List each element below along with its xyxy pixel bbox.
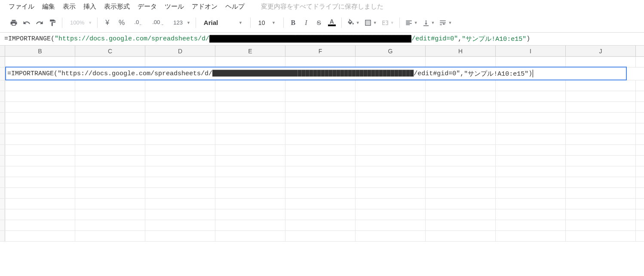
fill-color-button[interactable]: ▼ bbox=[345, 17, 362, 29]
cell-editor[interactable]: =IMPORTRANGE( "https://docs.google.com/s… bbox=[5, 67, 627, 80]
font-family-select[interactable]: Arial▼ bbox=[199, 19, 247, 26]
spreadsheet-grid[interactable]: B C D E F G H I J =IMPORTRANGE( "https:/… bbox=[0, 46, 644, 242]
font-size-select[interactable]: 10▼ bbox=[254, 19, 280, 26]
col-header-C[interactable]: C bbox=[75, 46, 145, 56]
table-row[interactable] bbox=[0, 80, 644, 91]
menu-view[interactable]: 表示 bbox=[63, 3, 76, 11]
table-row[interactable] bbox=[0, 156, 644, 166]
table-row[interactable] bbox=[0, 188, 644, 199]
menu-insert[interactable]: 挿入 bbox=[83, 3, 96, 11]
menu-help[interactable]: ヘルプ bbox=[225, 3, 245, 11]
menu-tools[interactable]: ツール bbox=[165, 3, 184, 11]
table-row[interactable] bbox=[0, 177, 644, 188]
paint-format-icon[interactable] bbox=[46, 17, 58, 29]
formula-bar-content[interactable]: =IMPORTRANGE( "https://docs.google.com/s… bbox=[4, 35, 530, 43]
col-header-I[interactable]: I bbox=[496, 46, 566, 56]
table-row[interactable] bbox=[0, 123, 644, 134]
corner-cell[interactable] bbox=[0, 46, 5, 56]
menu-data[interactable]: データ bbox=[138, 3, 157, 11]
menubar: ファイル 編集 表示 挿入 表示形式 データ ツール アドオン ヘルプ 変更内容… bbox=[0, 0, 644, 13]
horizontal-align-button[interactable]: ▼ bbox=[403, 17, 420, 29]
editing-row[interactable]: =IMPORTRANGE( "https://docs.google.com/s… bbox=[0, 67, 644, 80]
undo-icon[interactable] bbox=[21, 17, 33, 29]
table-row[interactable] bbox=[0, 220, 644, 231]
menu-format[interactable]: 表示形式 bbox=[104, 3, 130, 11]
menu-edit[interactable]: 編集 bbox=[42, 3, 55, 11]
print-icon[interactable] bbox=[8, 17, 20, 29]
table-row[interactable] bbox=[0, 145, 644, 156]
column-headers: B C D E F G H I J bbox=[0, 46, 644, 57]
col-header-G[interactable]: G bbox=[356, 46, 426, 56]
increase-decimal-button[interactable]: .00→ bbox=[148, 17, 168, 29]
table-row[interactable] bbox=[0, 134, 644, 145]
table-row[interactable] bbox=[0, 209, 644, 220]
save-status: 変更内容をすべてドライブに保存しました bbox=[261, 3, 383, 11]
formula-bar[interactable]: =IMPORTRANGE( "https://docs.google.com/s… bbox=[0, 33, 644, 46]
col-header-H[interactable]: H bbox=[426, 46, 496, 56]
text-color-button[interactable]: A bbox=[326, 17, 338, 29]
col-header-D[interactable]: D bbox=[145, 46, 215, 56]
bold-button[interactable]: B bbox=[287, 17, 299, 29]
borders-button[interactable]: ▼ bbox=[362, 17, 379, 29]
col-header-B[interactable]: B bbox=[5, 46, 75, 56]
strikethrough-button[interactable]: S bbox=[313, 17, 325, 29]
text-wrap-button[interactable]: ▼ bbox=[437, 17, 454, 29]
merge-cells-button[interactable]: ▼ bbox=[380, 17, 396, 29]
currency-button[interactable]: ¥ bbox=[101, 17, 113, 29]
zoom-select[interactable]: 100%▼ bbox=[66, 17, 94, 29]
col-header-E[interactable]: E bbox=[215, 46, 285, 56]
percent-button[interactable]: % bbox=[114, 17, 129, 29]
table-row[interactable] bbox=[0, 57, 644, 67]
table-row[interactable] bbox=[0, 166, 644, 177]
table-row[interactable] bbox=[0, 231, 644, 242]
number-format-select[interactable]: 123▼ bbox=[169, 17, 192, 29]
vertical-align-button[interactable]: ▼ bbox=[420, 17, 437, 29]
menu-file[interactable]: ファイル bbox=[9, 3, 34, 11]
menu-addons[interactable]: アドオン bbox=[192, 3, 218, 11]
redo-icon[interactable] bbox=[34, 17, 46, 29]
italic-button[interactable]: I bbox=[300, 17, 312, 29]
toolbar: 100%▼ ¥ % .0← .00→ 123▼ Arial▼ 10▼ B I S… bbox=[0, 13, 644, 33]
table-row[interactable] bbox=[0, 102, 644, 113]
col-header-F[interactable]: F bbox=[285, 46, 356, 56]
grid-rows: =IMPORTRANGE( "https://docs.google.com/s… bbox=[0, 57, 644, 242]
table-row[interactable] bbox=[0, 199, 644, 209]
table-row[interactable] bbox=[0, 113, 644, 123]
decrease-decimal-button[interactable]: .0← bbox=[130, 17, 147, 29]
table-row[interactable] bbox=[0, 91, 644, 102]
col-header-J[interactable]: J bbox=[566, 46, 636, 56]
